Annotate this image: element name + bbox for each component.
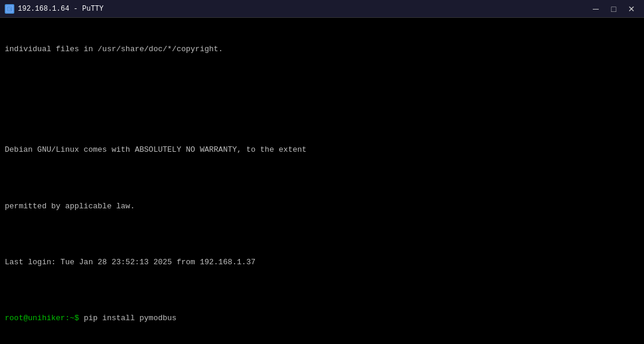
terminal-line: Last login: Tue Jan 28 23:52:13 2025 fro…	[5, 257, 639, 268]
putty-icon	[5, 4, 14, 14]
terminal-line: permitted by applicable law.	[5, 201, 639, 212]
terminal-line: Debian GNU/Linux comes with ABSOLUTELY N…	[5, 145, 639, 156]
titlebar: 192.168.1.64 - PuTTY ─ □ ✕	[0, 0, 644, 18]
minimize-button[interactable]: ─	[588, 3, 604, 15]
close-button[interactable]: ✕	[624, 3, 639, 15]
terminal-line: individual files in /usr/share/doc/*/cop…	[5, 44, 639, 55]
titlebar-controls: ─ □ ✕	[588, 3, 639, 15]
window: 192.168.1.64 - PuTTY ─ □ ✕ individual fi…	[0, 0, 644, 344]
maximize-button[interactable]: □	[606, 3, 621, 15]
window-title: 192.168.1.64 - PuTTY	[18, 5, 104, 13]
titlebar-left: 192.168.1.64 - PuTTY	[5, 4, 104, 14]
terminal-line-prompt: root@unihiker:~$ pip install pymodbus	[5, 313, 639, 324]
terminal-output[interactable]: individual files in /usr/share/doc/*/cop…	[0, 18, 644, 344]
